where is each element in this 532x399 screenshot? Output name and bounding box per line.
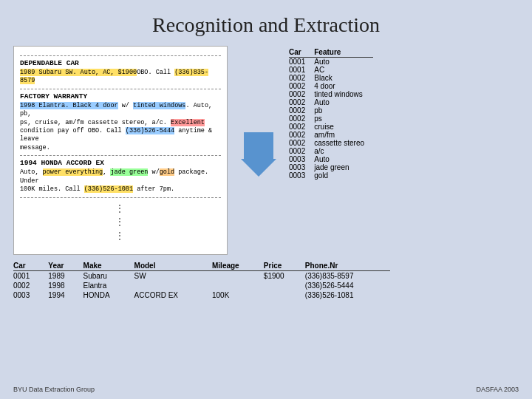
section3-w: w/ <box>148 168 159 176</box>
table-row: 0003jade green <box>289 163 373 171</box>
table-row: 0002cruise <box>289 123 373 131</box>
section2-heading: FACTORY WARRANTY <box>20 92 221 102</box>
table-row: 0002Auto <box>289 98 373 106</box>
section3-miles: 100K miles. Call <box>20 185 84 193</box>
section2-w: w/ <box>118 102 133 109</box>
table-row: 00021998Elantra(336)526-5444 <box>13 281 390 290</box>
section2-features: ps, cruise, am/fm cassette stereo, a/c. <box>20 119 171 126</box>
feature-col-car: Car <box>289 47 314 58</box>
section1-text: 1989 Subaru SW. Auto, AC, $1900OBO. Call… <box>20 69 221 86</box>
table-row: 0003Auto <box>289 155 373 163</box>
table-row: 00031994HONDAACCORD EX100K(336)526-1081 <box>13 290 390 300</box>
bottom-table-area: CarYearMakeModelMileagePricePhone.Nr 000… <box>0 261 532 300</box>
footer: BYU Data Extraction Group DASFAA 2003 <box>13 386 519 393</box>
highlight-subaru: 1989 Subaru SW. Auto, AC, $1900 <box>20 69 137 76</box>
highlight-power: power everything <box>43 168 103 176</box>
more-indicator: ⋮⋮⋮ <box>20 202 221 245</box>
highlight-jade: jade green <box>110 168 148 176</box>
footer-right: DASFAA 2003 <box>476 386 519 393</box>
table-row: 0001Auto <box>289 58 373 66</box>
feature-col-feature: Feature <box>314 47 373 58</box>
section3-line1: Auto, power everything, jade green w/gol… <box>20 168 221 185</box>
section1-obo: OBO. Call <box>137 69 174 76</box>
arrow-area <box>238 46 279 255</box>
section3-heading: 1994 HONDA ACCORD EX <box>20 159 221 168</box>
highlight-tinted: tinted windows <box>133 102 185 109</box>
table-row: 0002ps <box>289 115 373 123</box>
highlight-phone3: (336)526-1081 <box>84 185 133 193</box>
extraction-arrow-icon <box>241 132 276 177</box>
table-row: 00024 door <box>289 82 373 90</box>
table-row: 0002tinted windows <box>289 90 373 98</box>
highlight-excellent: Excellent <box>171 119 205 126</box>
table-row: 0002am/fm <box>289 131 373 139</box>
section2-line3: condition pay off OBO. Call (336)526-544… <box>20 127 221 144</box>
table-row: 0002a/c <box>289 147 373 155</box>
footer-left: BYU Data Extraction Group <box>13 386 95 393</box>
section1-heading: DEPENDABLE CAR <box>20 59 221 69</box>
section3-auto: Auto, <box>20 168 43 176</box>
document-panel: DEPENDABLE CAR 1989 Subaru SW. Auto, AC,… <box>13 46 228 255</box>
highlight-elantra: 1998 Elantra. Black 4 door <box>20 102 118 109</box>
table-row: 0002Black <box>289 74 373 82</box>
section2-line1: 1998 Elantra. Black 4 door w/ tinted win… <box>20 102 221 119</box>
table-row: 0001AC <box>289 66 373 74</box>
highlight-phone2: (336)526-5444 <box>126 127 174 134</box>
table-row: 0003gold <box>289 171 373 180</box>
section2-line4: message. <box>20 144 221 152</box>
cars-table: CarYearMakeModelMileagePricePhone.Nr 000… <box>13 261 390 300</box>
section3-after: after 7pm. <box>133 185 174 193</box>
section3-comma: , <box>103 168 110 176</box>
section2-line2: ps, cruise, am/fm cassette stereo, a/c. … <box>20 119 221 127</box>
table-row: 0002cassette stereo <box>289 139 373 147</box>
section2-condition: condition pay off OBO. Call <box>20 127 126 134</box>
highlight-gold: gold <box>160 168 174 176</box>
feature-table: Car Feature 0001Auto0001AC0002Black00024… <box>289 47 373 180</box>
right-table-area: Car Feature 0001Auto0001AC0002Black00024… <box>289 46 519 255</box>
page-title: Recognition and Extraction <box>0 0 532 46</box>
svg-marker-0 <box>241 132 276 177</box>
table-row: 0002pb <box>289 106 373 115</box>
section3-line2: 100K miles. Call (336)526-1081 after 7pm… <box>20 185 221 194</box>
table-row: 00011989SubaruSW$1900(336)835-8597 <box>13 271 390 282</box>
